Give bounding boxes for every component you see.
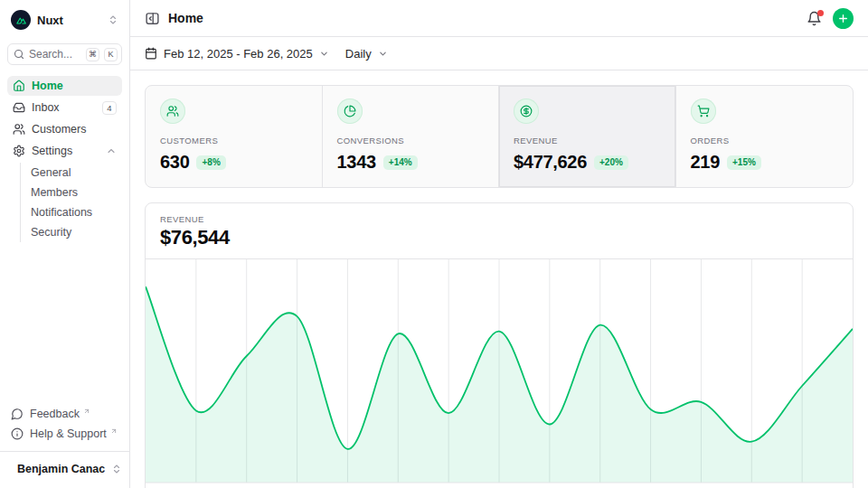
shopping-cart-icon <box>691 99 716 124</box>
sidebar-subitem-label: Notifications <box>31 206 92 219</box>
sidebar-subitem-members[interactable]: Members <box>31 183 122 202</box>
gear-icon <box>13 145 25 157</box>
page-title: Home <box>168 11 203 25</box>
chart-header: REVENUE $76,544 <box>146 203 853 259</box>
stat-value: 630 <box>160 152 189 173</box>
sidebar-subitem-label: Members <box>31 186 78 199</box>
chart-metric-label: REVENUE <box>160 214 838 224</box>
calendar-icon <box>145 47 157 60</box>
main-panel: Home Feb 12, 2025 - Feb 26, 2025 Daily <box>130 0 868 488</box>
stat-value: 219 <box>691 152 720 173</box>
sidebar-spacer <box>7 242 122 404</box>
revenue-chart-card: REVENUE $76,544 14 Feb16 Feb18 Feb20 Feb… <box>145 202 854 488</box>
sidebar-subitem-label: Security <box>31 226 71 239</box>
interval-select[interactable]: Daily <box>345 47 388 61</box>
sidebar-collapse-button[interactable] <box>145 11 160 26</box>
search-icon <box>14 49 24 60</box>
stat-card-conversions[interactable]: CONVERSIONS 1343 +14% <box>323 86 500 187</box>
date-range-picker[interactable]: Feb 12, 2025 - Feb 26, 2025 <box>145 47 329 61</box>
dashboard-content: CUSTOMERS 630 +8% CONVERSIONS 1343 +14% <box>130 70 868 488</box>
nuxt-logo-icon <box>11 10 31 30</box>
sidebar-subitem-label: General <box>31 166 71 179</box>
workspace-name: Nuxt <box>37 14 101 27</box>
help-support-link[interactable]: Help & Support <box>7 424 122 444</box>
plus-icon <box>837 13 849 24</box>
stat-delta-badge: +15% <box>727 155 761 170</box>
message-circle-icon <box>11 408 24 420</box>
footer-link-label: Feedback <box>30 408 80 420</box>
home-icon <box>13 80 25 92</box>
users-icon <box>13 123 25 136</box>
user-name: Benjamin Canac <box>17 463 105 475</box>
arrow-up-right-icon <box>83 408 90 415</box>
chevrons-up-down-icon <box>108 14 118 25</box>
sidebar-item-label: Inbox <box>32 101 96 114</box>
sidebar-subitem-notifications[interactable]: Notifications <box>31 202 122 222</box>
users-icon <box>160 99 185 124</box>
stat-card-customers[interactable]: CUSTOMERS 630 +8% <box>146 86 323 187</box>
panel-left-close-icon <box>145 11 160 26</box>
chevron-up-icon <box>106 145 117 156</box>
footer-link-label: Help & Support <box>30 427 107 440</box>
sidebar-item-label: Home <box>32 80 117 92</box>
stat-card-revenue[interactable]: REVENUE $477,626 +20% <box>499 86 676 187</box>
sidebar-nav: Home Inbox 4 Customers Settings General … <box>7 76 122 242</box>
top-header: Home <box>130 0 868 37</box>
stat-value: $477,626 <box>514 152 587 173</box>
sidebar-item-inbox[interactable]: Inbox 4 <box>7 98 122 117</box>
stat-value: 1343 <box>337 152 376 173</box>
sidebar-item-home[interactable]: Home <box>7 76 122 96</box>
inbox-icon <box>13 101 25 114</box>
interval-value: Daily <box>345 47 372 61</box>
kbd-k: K <box>104 48 118 61</box>
sidebar-item-label: Customers <box>32 123 117 136</box>
pie-chart-icon <box>337 99 363 124</box>
sidebar-subitem-general[interactable]: General <box>31 163 122 183</box>
feedback-link[interactable]: Feedback <box>7 404 122 424</box>
revenue-area-chart[interactable]: 14 Feb16 Feb18 Feb20 Feb22 Feb24 Feb <box>146 259 853 488</box>
chart-metric-value: $76,544 <box>160 226 838 249</box>
stat-label: REVENUE <box>514 136 661 145</box>
info-circle-icon <box>11 427 24 440</box>
sidebar-item-label: Settings <box>32 145 99 157</box>
chevron-down-icon <box>319 49 329 59</box>
filters-toolbar: Feb 12, 2025 - Feb 26, 2025 Daily <box>130 37 868 70</box>
stat-label: ORDERS <box>691 136 839 145</box>
circle-dollar-icon <box>514 99 539 124</box>
sidebar-item-customers[interactable]: Customers <box>7 119 122 139</box>
arrow-up-right-icon <box>110 427 118 435</box>
sidebar-subitem-security[interactable]: Security <box>31 222 122 242</box>
search-input[interactable]: Search... ⌘ K <box>7 43 122 65</box>
stat-delta-badge: +8% <box>196 155 225 170</box>
notification-dot <box>817 10 824 16</box>
add-button[interactable] <box>833 8 854 29</box>
inbox-count-badge: 4 <box>102 101 117 115</box>
notifications-button[interactable] <box>807 11 822 26</box>
date-range-value: Feb 12, 2025 - Feb 26, 2025 <box>164 47 313 61</box>
settings-submenu: General Members Notifications Security <box>20 163 122 242</box>
header-actions <box>807 8 854 29</box>
stat-delta-badge: +20% <box>594 155 628 170</box>
chevron-down-icon <box>378 49 388 59</box>
stat-delta-badge: +14% <box>383 155 418 170</box>
user-menu[interactable]: Benjamin Canac <box>0 451 129 481</box>
stat-label: CUSTOMERS <box>160 136 307 145</box>
search-placeholder: Search... <box>29 48 81 61</box>
chevrons-up-down-icon <box>111 464 122 474</box>
stat-card-orders[interactable]: ORDERS 219 +15% <box>676 86 854 187</box>
sidebar-item-settings[interactable]: Settings <box>7 141 122 161</box>
kbd-cmd: ⌘ <box>86 48 99 61</box>
sidebar: Nuxt Search... ⌘ K Home Inbox 4 Customer… <box>0 0 130 488</box>
stats-row: CUSTOMERS 630 +8% CONVERSIONS 1343 +14% <box>145 85 854 188</box>
workspace-switcher[interactable]: Nuxt <box>7 9 122 31</box>
stat-label: CONVERSIONS <box>337 136 485 145</box>
